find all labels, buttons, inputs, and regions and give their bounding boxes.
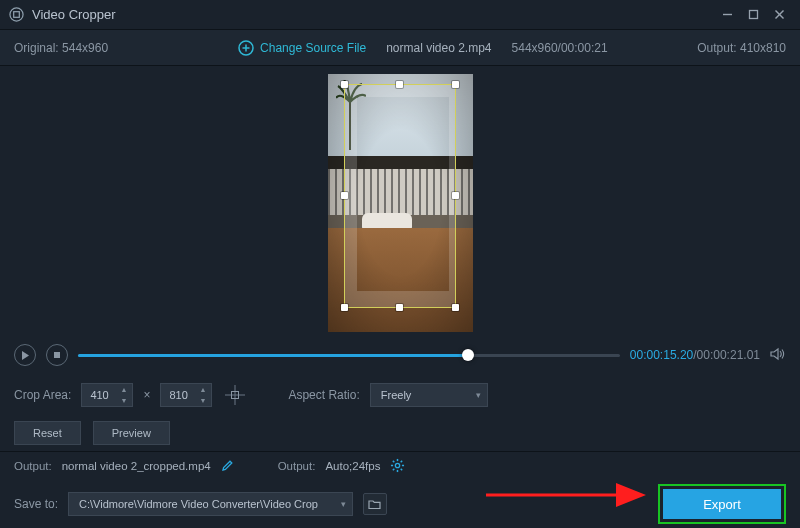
change-source-label: Change Source File bbox=[260, 41, 366, 55]
aspect-label: Aspect Ratio: bbox=[288, 388, 359, 402]
original-dims: Original: 544x960 bbox=[14, 41, 108, 55]
svg-point-13 bbox=[396, 463, 400, 467]
crop-width-value: 410 bbox=[90, 389, 108, 401]
time-current: 00:00:15.20 bbox=[630, 348, 693, 362]
recenter-icon bbox=[225, 385, 245, 405]
crop-area-label: Crop Area: bbox=[14, 388, 71, 402]
output-file-value: normal video 2_cropped.mp4 bbox=[62, 460, 211, 472]
open-folder-button[interactable] bbox=[363, 493, 387, 515]
svg-rect-3 bbox=[749, 11, 757, 19]
svg-line-19 bbox=[401, 468, 403, 470]
crop-handle-tl[interactable] bbox=[341, 81, 348, 88]
crop-controls: Crop Area: 410 ▲▼ × 810 ▲▼ Aspect Ratio:… bbox=[0, 375, 800, 415]
app-icon bbox=[8, 7, 24, 23]
preview-area bbox=[0, 66, 800, 335]
reset-button[interactable]: Reset bbox=[14, 421, 81, 445]
pencil-icon bbox=[221, 459, 234, 472]
seek-slider[interactable] bbox=[78, 345, 620, 365]
crop-handle-br[interactable] bbox=[452, 304, 459, 311]
video-frame[interactable] bbox=[328, 74, 473, 332]
crop-rectangle[interactable] bbox=[344, 84, 456, 308]
preview-button[interactable]: Preview bbox=[93, 421, 170, 445]
source-info-bar: Original: 544x960 Change Source File nor… bbox=[0, 30, 800, 66]
folder-open-icon bbox=[368, 499, 382, 510]
play-button[interactable] bbox=[14, 344, 36, 366]
recenter-button[interactable] bbox=[222, 383, 248, 407]
maximize-button[interactable] bbox=[740, 2, 766, 28]
time-total: 00:00:21.01 bbox=[697, 348, 760, 362]
stop-icon bbox=[53, 351, 61, 359]
crop-width-spinner[interactable]: ▲▼ bbox=[120, 386, 130, 404]
svg-line-18 bbox=[393, 460, 395, 462]
gear-icon bbox=[390, 458, 405, 473]
output-file-label: Output: bbox=[14, 460, 52, 472]
output-fmt-value: Auto;24fps bbox=[325, 460, 380, 472]
crop-handle-bl[interactable] bbox=[341, 304, 348, 311]
source-meta: 544x960/00:00:21 bbox=[512, 41, 608, 55]
svg-rect-1 bbox=[13, 12, 19, 18]
source-filename: normal video 2.mp4 bbox=[386, 41, 491, 55]
export-highlight: Export bbox=[658, 484, 786, 524]
crop-height-spinner[interactable]: ▲▼ bbox=[199, 386, 209, 404]
crop-handle-b[interactable] bbox=[396, 304, 403, 311]
volume-icon bbox=[770, 347, 786, 361]
volume-button[interactable] bbox=[770, 347, 786, 364]
save-row: Save to: C:\Vidmore\Vidmore Video Conver… bbox=[0, 480, 800, 528]
timecode: 00:00:15.20/00:00:21.01 bbox=[630, 348, 760, 362]
output-dims: Output: 410x810 bbox=[697, 41, 786, 55]
export-label: Export bbox=[703, 497, 741, 512]
output-row: Output: normal video 2_cropped.mp4 Outpu… bbox=[0, 452, 800, 480]
output-fmt-label: Output: bbox=[278, 460, 316, 472]
change-source-button[interactable]: Change Source File bbox=[238, 40, 366, 56]
crop-handle-l[interactable] bbox=[341, 192, 348, 199]
playback-bar: 00:00:15.20/00:00:21.01 bbox=[0, 335, 800, 375]
crop-buttons: Reset Preview bbox=[0, 415, 800, 451]
rename-button[interactable] bbox=[221, 459, 234, 474]
crop-handle-tr[interactable] bbox=[452, 81, 459, 88]
save-path-dropdown[interactable]: C:\Vidmore\Vidmore Video Converter\Video… bbox=[68, 492, 353, 516]
crop-handle-t[interactable] bbox=[396, 81, 403, 88]
aspect-ratio-dropdown[interactable]: Freely bbox=[370, 383, 488, 407]
crop-x-sep: × bbox=[143, 388, 150, 402]
svg-line-20 bbox=[401, 460, 403, 462]
play-icon bbox=[21, 351, 29, 360]
app-window: Video Cropper Original: 544x960 Change S… bbox=[0, 0, 800, 528]
svg-line-21 bbox=[393, 468, 395, 470]
export-button[interactable]: Export bbox=[663, 489, 781, 519]
svg-point-0 bbox=[9, 8, 22, 21]
save-path-value: C:\Vidmore\Vidmore Video Converter\Video… bbox=[79, 498, 318, 510]
stop-button[interactable] bbox=[46, 344, 68, 366]
seek-thumb[interactable] bbox=[462, 349, 474, 361]
aspect-ratio-value: Freely bbox=[381, 389, 412, 401]
annotation-arrow-icon bbox=[482, 480, 652, 510]
plus-circle-icon bbox=[238, 40, 254, 56]
app-title: Video Cropper bbox=[32, 7, 116, 22]
save-to-label: Save to: bbox=[14, 497, 58, 511]
minimize-button[interactable] bbox=[714, 2, 740, 28]
crop-width-input[interactable]: 410 ▲▼ bbox=[81, 383, 133, 407]
crop-handle-r[interactable] bbox=[452, 192, 459, 199]
crop-height-input[interactable]: 810 ▲▼ bbox=[160, 383, 212, 407]
titlebar: Video Cropper bbox=[0, 0, 800, 30]
svg-rect-9 bbox=[54, 352, 60, 358]
crop-height-value: 810 bbox=[169, 389, 187, 401]
close-button[interactable] bbox=[766, 2, 792, 28]
output-settings-button[interactable] bbox=[390, 458, 405, 475]
